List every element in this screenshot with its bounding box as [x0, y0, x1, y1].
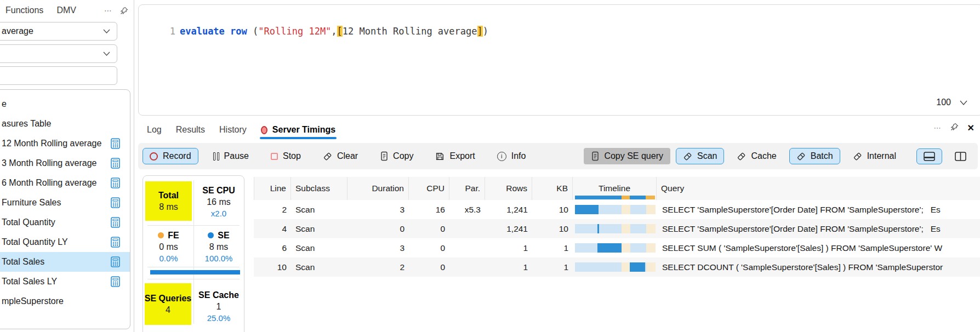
button-label: Pause [224, 151, 249, 161]
tree-item-6-month-rolling-average[interactable]: 6 Month Rolling average [0, 173, 130, 193]
button-label: Export [449, 151, 475, 161]
tab-server-timings[interactable]: Server Timings [261, 125, 335, 135]
overflow-menu-icon[interactable]: ⋯ [104, 6, 112, 15]
search-input[interactable] [0, 66, 117, 85]
calculator-icon [111, 217, 120, 228]
cell-query: SELECT SUM ( 'SampleSuperstore'[Sales] )… [657, 238, 980, 257]
tree-item-furniture-sales[interactable]: Furniture Sales [0, 193, 130, 213]
column-header-rows[interactable]: Rows [485, 177, 532, 200]
copy-se-query-button[interactable]: Copy SE query [584, 148, 670, 164]
editor-zoom-select[interactable]: 100 [936, 98, 967, 107]
tree-item-asures-table[interactable]: asures Table [0, 114, 130, 134]
tree-item-label: 6 Month Rolling average [2, 178, 96, 188]
record-button[interactable]: Record [143, 148, 198, 164]
record-icon [150, 152, 158, 161]
calculator-icon [111, 158, 120, 169]
cell-query: SELECT 'SampleSuperstore'[Order Date] FR… [657, 200, 980, 219]
metric-total: Total 8 ms [145, 181, 192, 221]
cell-par: x5.3 [449, 200, 485, 219]
scan-button[interactable]: Scan [676, 148, 724, 164]
cell-timeline [573, 219, 657, 238]
tab-label: History [219, 125, 247, 135]
button-label: Copy SE query [604, 151, 663, 161]
tree-item-total-sales-ly[interactable]: Total Sales LY [0, 272, 130, 291]
divider [147, 225, 240, 226]
split-horizontal-icon-button[interactable] [916, 148, 942, 164]
eraser-icon [683, 152, 692, 161]
clear-button[interactable]: Clear [316, 148, 365, 164]
tree-item-12-month-rolling-average[interactable]: 12 Month Rolling average [0, 134, 130, 153]
overflow-menu-icon[interactable]: ⋯ [934, 124, 942, 132]
timeline-bar [575, 205, 599, 214]
fe-dot-icon [158, 232, 164, 238]
tree-item-total-quantity[interactable]: Total Quantity [0, 213, 130, 232]
metric-se-cache: SE Cache 1 25.0% [195, 283, 243, 329]
pause-button[interactable]: Pause [206, 148, 256, 164]
tree-item-label: Total Quantity [2, 217, 55, 227]
timing-row-line-2[interactable]: 2Scan316x5.31,24110SELECT 'SampleSuperst… [254, 200, 980, 219]
line-number: 1 [161, 25, 175, 38]
cell-par [449, 219, 485, 238]
timing-row-line-6[interactable]: 6Scan3011SELECT SUM ( 'SampleSuperstore'… [254, 238, 980, 257]
pin-icon[interactable] [120, 7, 128, 15]
cell-rows: 1,241 [485, 200, 532, 219]
calculator-icon [111, 138, 120, 149]
column-header-kb[interactable]: KB [532, 177, 573, 200]
column-header-query[interactable]: Query [657, 177, 980, 200]
model-dropdown[interactable] [0, 44, 117, 63]
copy-button[interactable]: Copy [373, 148, 420, 164]
close-icon[interactable]: ✕ [967, 123, 975, 133]
tab-history[interactable]: History [219, 125, 247, 135]
export-button[interactable]: Export [428, 148, 482, 164]
tree-item-total-quantity-ly[interactable]: Total Quantity LY [0, 232, 130, 252]
calculator-icon [111, 237, 120, 248]
column-header-par[interactable]: Par. [449, 177, 485, 200]
metric-se-queries: SE Queries 4 [145, 283, 191, 325]
column-header-label: Line [270, 184, 286, 193]
timing-row-line-10[interactable]: 10Scan2011SELECT DCOUNT ( 'SampleSuperst… [254, 257, 980, 277]
column-header-subclass[interactable]: Subclass [291, 177, 347, 200]
cell-subclass: Scan [291, 200, 347, 219]
cell-duration: 3 [347, 238, 409, 257]
pane-controls: ⋯ ✕ [934, 123, 975, 133]
tab-log[interactable]: Log [147, 125, 162, 135]
eraser-icon [853, 152, 862, 161]
stop-icon [271, 153, 278, 160]
column-header-line[interactable]: Line [254, 177, 291, 200]
tree-item-e[interactable]: e [0, 94, 130, 114]
cache-button[interactable]: Cache [730, 148, 783, 164]
button-label: Clear [337, 151, 358, 161]
database-dropdown[interactable]: average [0, 22, 117, 41]
info-button[interactable]: iInfo [490, 148, 533, 164]
pin-icon[interactable] [950, 123, 959, 133]
stop-button[interactable]: Stop [264, 148, 308, 164]
tab-dmv[interactable]: DMV [56, 5, 76, 15]
tree-item-label: asures Table [2, 119, 51, 129]
timing-row-line-4[interactable]: 4Scan001,24110SELECT 'SampleSuperstore'[… [254, 219, 980, 238]
column-header-timeline[interactable]: Timeline [573, 177, 657, 200]
tab-functions[interactable]: Functions [5, 5, 43, 15]
column-header-cpu[interactable]: CPU [409, 177, 449, 200]
tree-item-label: mpleSuperstore [2, 296, 64, 306]
cell-timeline [573, 200, 657, 219]
timeline-overview-strip [575, 196, 655, 199]
button-label: Stop [283, 151, 301, 161]
tree-item-mplesuperstore[interactable]: mpleSuperstore [0, 291, 130, 311]
pane-splitter[interactable] [134, 0, 134, 332]
tree-item-total-sales[interactable]: Total Sales [0, 252, 130, 272]
timeline-bar [597, 224, 599, 233]
query-editor[interactable]: 1evaluate row ("Rolling 12M",[12 Month R… [138, 4, 980, 116]
cell-duration: 2 [347, 257, 409, 277]
cell-rows: 1 [485, 257, 532, 277]
tree-item-3-month-rolling-average[interactable]: 3 Month Rolling average [0, 153, 130, 173]
column-header-label: Timeline [599, 184, 630, 193]
tab-results[interactable]: Results [176, 125, 205, 135]
column-header-label: KB [556, 184, 568, 193]
internal-button[interactable]: Internal [846, 148, 903, 164]
tab-label: Log [147, 125, 162, 135]
split-vertical-icon-button[interactable] [948, 148, 973, 164]
cell-par [449, 257, 485, 277]
divider [193, 180, 194, 324]
column-header-duration[interactable]: Duration [347, 177, 409, 200]
batch-button[interactable]: Batch [789, 148, 840, 164]
